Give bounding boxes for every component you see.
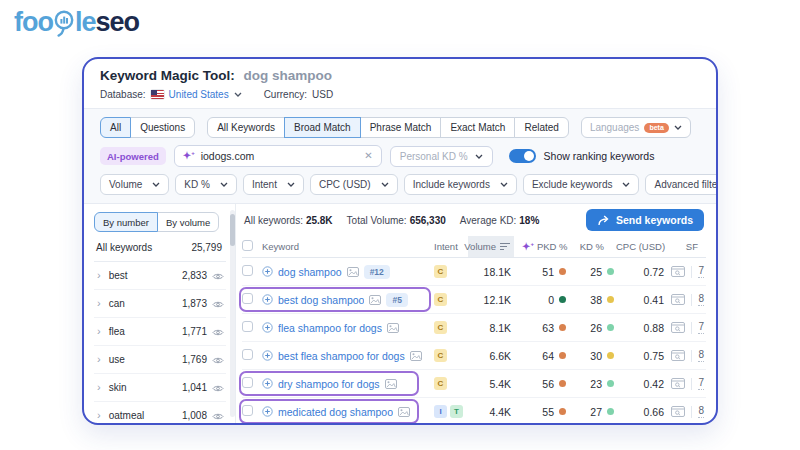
- column-header-volume[interactable]: Volume: [468, 236, 514, 257]
- sf-value[interactable]: 8: [698, 405, 704, 418]
- row-checkbox[interactable]: [242, 349, 253, 360]
- keyword-search-input[interactable]: ✦+ iodogs.com ✕: [174, 145, 382, 167]
- sf-value[interactable]: 8: [698, 349, 704, 362]
- filter-intent[interactable]: Intent: [243, 174, 304, 195]
- filter-exclude-keywords[interactable]: Exclude keywords: [523, 174, 640, 195]
- sidebar-scrollbar[interactable]: [230, 210, 235, 417]
- scrollbar-thumb[interactable]: [230, 214, 235, 246]
- tab-related[interactable]: Related: [514, 117, 568, 138]
- row-checkbox[interactable]: [242, 265, 253, 276]
- sidebar-view-by-number[interactable]: By number: [94, 212, 158, 232]
- ai-powered-badge: AI-powered: [100, 147, 166, 165]
- kd-value: 23: [590, 378, 602, 390]
- keyword-link[interactable]: flea shampoo for dogs: [278, 322, 382, 334]
- kd-value: 26: [590, 322, 602, 334]
- sf-value[interactable]: 7: [698, 265, 704, 278]
- eye-icon[interactable]: [212, 356, 224, 365]
- currency-value: USD: [312, 89, 333, 100]
- add-keyword-icon[interactable]: [262, 266, 273, 277]
- ai-sparkle-icon: ✦+: [522, 241, 534, 252]
- eye-icon[interactable]: [212, 272, 224, 281]
- tab-phrase-match[interactable]: Phrase Match: [360, 117, 442, 138]
- sidebar-group-best[interactable]: ›best2,833: [94, 262, 226, 290]
- languages-dropdown[interactable]: Languages beta: [581, 117, 691, 138]
- keyword-cell: dog shampoo#12: [262, 265, 434, 279]
- add-keyword-icon[interactable]: [262, 378, 273, 389]
- view-serp-icon[interactable]: [671, 378, 685, 389]
- eye-icon[interactable]: [212, 384, 224, 393]
- keyword-link[interactable]: best dog shampoo: [278, 294, 364, 306]
- filter-advanced-filters[interactable]: Advanced filters: [645, 174, 718, 195]
- tab-all-keywords[interactable]: All Keywords: [207, 117, 285, 138]
- intent-badge-c: C: [434, 377, 447, 390]
- keyword-link[interactable]: best flea shampoo for dogs: [278, 350, 405, 362]
- keyword-link[interactable]: dry shampoo for dogs: [278, 378, 380, 390]
- row-checkbox[interactable]: [242, 377, 253, 388]
- column-header-keyword[interactable]: Keyword: [262, 241, 434, 252]
- add-keyword-icon[interactable]: [262, 350, 273, 361]
- sidebar-group-skin[interactable]: ›skin1,041: [94, 374, 226, 402]
- tab-questions[interactable]: Questions: [130, 117, 195, 138]
- sidebar-all-keywords-row[interactable]: All keywords 25,799: [94, 232, 226, 262]
- pkd-value: 0: [548, 294, 554, 306]
- personal-kd-dropdown[interactable]: Personal KD %: [390, 146, 493, 167]
- column-header-kd[interactable]: KD %: [568, 241, 616, 252]
- us-flag-icon: [151, 90, 164, 99]
- sidebar-group-oatmeal[interactable]: ›oatmeal1,008: [94, 402, 226, 425]
- sidebar-group-can[interactable]: ›can1,873: [94, 290, 226, 318]
- sf-value[interactable]: 8: [698, 293, 704, 306]
- row-checkbox[interactable]: [242, 293, 253, 304]
- serp-image-feature-icon: [385, 379, 397, 389]
- sf-value[interactable]: 7: [698, 321, 704, 334]
- eye-icon[interactable]: [212, 328, 224, 337]
- view-serp-icon[interactable]: [671, 294, 685, 305]
- chevron-down-icon: [287, 182, 295, 187]
- tab-exact-match[interactable]: Exact Match: [440, 117, 515, 138]
- keyword-link[interactable]: dog shampoo: [278, 266, 342, 278]
- clear-input-icon[interactable]: ✕: [364, 151, 372, 161]
- filter-label: CPC (USD): [319, 179, 371, 190]
- cpc-value: 0.88: [616, 322, 668, 334]
- view-serp-icon[interactable]: [671, 322, 685, 333]
- sf-value[interactable]: 7: [698, 377, 704, 390]
- view-serp-icon[interactable]: [671, 350, 685, 361]
- pkd-cell: 55: [514, 406, 568, 418]
- column-header-intent[interactable]: Intent: [434, 241, 468, 252]
- view-serp-icon[interactable]: [671, 266, 685, 277]
- filter-include-keywords[interactable]: Include keywords: [404, 174, 517, 195]
- chevron-down-icon[interactable]: [234, 92, 242, 97]
- row-checkbox[interactable]: [242, 321, 253, 332]
- column-header-cpc[interactable]: CPC (USD): [616, 241, 668, 252]
- select-all-checkbox[interactable]: [242, 240, 253, 251]
- view-serp-icon[interactable]: [671, 406, 685, 417]
- column-header-pkd[interactable]: ✦+ PKD %: [514, 241, 568, 252]
- sidebar-group-use[interactable]: ›use1,769: [94, 346, 226, 374]
- ranking-position-badge: #5: [386, 293, 407, 307]
- sidebar-view-by-volume[interactable]: By volume: [157, 212, 219, 232]
- row-checkbox[interactable]: [242, 405, 253, 416]
- show-ranking-keywords-toggle[interactable]: [509, 149, 536, 163]
- add-keyword-icon[interactable]: [262, 406, 273, 417]
- tab-all[interactable]: All: [100, 117, 131, 138]
- filter-kd[interactable]: KD %: [175, 174, 237, 195]
- checkbox-cell: [242, 265, 262, 278]
- volume-value: 4.4K: [468, 406, 514, 418]
- add-keyword-icon[interactable]: [262, 294, 273, 305]
- volume-value: 18.1K: [468, 266, 514, 278]
- sidebar-group-flea[interactable]: ›flea1,771: [94, 318, 226, 346]
- pkd-difficulty-dot: [559, 296, 566, 303]
- column-header-sf[interactable]: SF: [668, 241, 706, 252]
- filter-volume[interactable]: Volume: [100, 174, 169, 195]
- eye-icon[interactable]: [212, 300, 224, 309]
- keyword-link[interactable]: medicated dog shampoo: [278, 406, 393, 418]
- serp-image-feature-icon: [410, 351, 422, 361]
- tab-broad-match[interactable]: Broad Match: [284, 117, 361, 138]
- database-selector[interactable]: United States: [169, 89, 229, 100]
- filter-label: KD %: [184, 179, 210, 190]
- filter-cpc-usd[interactable]: CPC (USD): [310, 174, 398, 195]
- volume-value: 6.6K: [468, 350, 514, 362]
- send-keywords-button[interactable]: Send keywords: [586, 209, 704, 231]
- add-keyword-icon[interactable]: [262, 322, 273, 333]
- table-summary: All keywords:25.8K Total Volume:656,330 …: [242, 204, 706, 236]
- eye-icon[interactable]: [212, 412, 224, 421]
